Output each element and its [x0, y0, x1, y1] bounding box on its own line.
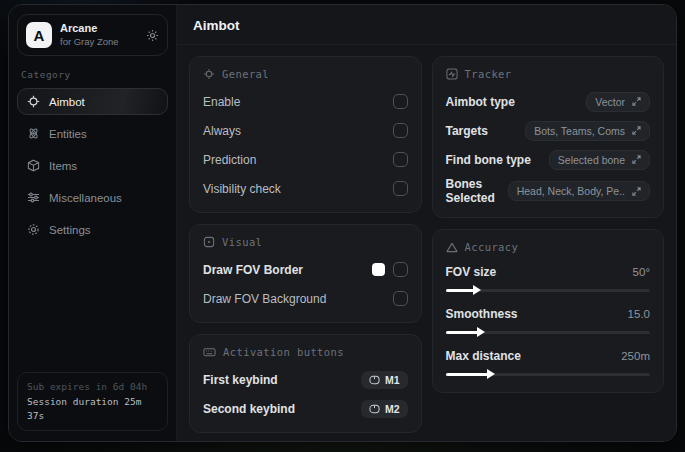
smoothness-setting: Smoothness 15.0 — [446, 305, 651, 338]
general-card: General Enable Always Prediction — [189, 56, 422, 213]
visibility-check-checkbox[interactable] — [393, 181, 408, 196]
setting-label: Aimbot type — [446, 95, 515, 109]
row-controls — [372, 262, 408, 277]
expand-icon — [632, 187, 641, 196]
setting-row: Aimbot type Vector — [446, 90, 651, 113]
card-title-label: Visual — [222, 236, 262, 248]
main-body: General Enable Always Prediction — [177, 45, 676, 442]
crosshair-icon — [27, 95, 40, 108]
setting-row: Second keybind M2 — [203, 397, 408, 420]
mouse-icon — [369, 375, 380, 385]
setting-row: First keybind M1 — [203, 368, 408, 391]
setting-row: Enable — [203, 90, 408, 113]
brand-card: A Arcane for Gray Zone — [17, 14, 168, 56]
setting-row: Find bone type Selected bone — [446, 148, 651, 171]
fov-border-color-swatch[interactable] — [372, 263, 385, 276]
activation-card: Activation buttons First keybind M1 — [189, 334, 422, 433]
setting-row: Bones Selected Head, Neck, Body, Pe.. — [446, 177, 651, 205]
slider-header: FOV size 50° — [446, 263, 651, 281]
second-keybind-button[interactable]: M2 — [361, 400, 408, 418]
general-card-header: General — [203, 68, 408, 80]
enable-checkbox[interactable] — [393, 94, 408, 109]
gear-icon — [27, 223, 40, 236]
card-title-label: Accuracy — [465, 241, 519, 253]
draw-fov-border-checkbox[interactable] — [393, 262, 408, 277]
main-panel: Aimbot General Enable — [177, 5, 676, 441]
accuracy-card-header: Accuracy — [446, 241, 651, 253]
targets-select[interactable]: Bots, Teams, Coms — [525, 121, 650, 141]
setting-label: Enable — [203, 95, 240, 109]
sidebar-item-settings[interactable]: Settings — [17, 216, 168, 243]
setting-label: Bones Selected — [446, 177, 508, 205]
smoothness-slider[interactable] — [446, 326, 651, 338]
sidebar-nav: Aimbot Entities — [17, 88, 168, 243]
setting-label: FOV size — [446, 265, 497, 279]
slider-thumb[interactable] — [473, 285, 481, 295]
expand-icon — [632, 155, 641, 164]
setting-label: Visibility check — [203, 182, 281, 196]
subscription-status: Sub expires in 6d 04h Session duration 2… — [17, 372, 168, 431]
sidebar-item-items[interactable]: Items — [17, 152, 168, 179]
sidebar-item-label: Miscellaneous — [49, 192, 122, 204]
bones-selected-select[interactable]: Head, Neck, Body, Pe.. — [508, 181, 650, 201]
max-distance-setting: Max distance 250m — [446, 347, 651, 380]
setting-label: Max distance — [446, 349, 521, 363]
slider-fill — [446, 289, 475, 292]
setting-row: Draw FOV Border — [203, 258, 408, 281]
card-title-label: Tracker — [465, 68, 512, 80]
slider-value: 50° — [633, 266, 650, 278]
slider-fill — [446, 331, 479, 334]
sidebar-item-label: Entities — [49, 128, 87, 140]
card-title-label: Activation buttons — [223, 346, 344, 358]
category-label: Category — [21, 69, 164, 80]
keyboard-icon — [203, 346, 216, 358]
app-name: Arcane — [60, 22, 138, 36]
triangle-icon — [446, 242, 458, 253]
setting-label: Draw FOV Background — [203, 292, 326, 306]
keybind-value: M1 — [385, 374, 400, 386]
draw-fov-background-checkbox[interactable] — [393, 291, 408, 306]
expand-icon — [632, 97, 641, 106]
fov-size-slider[interactable] — [446, 284, 651, 296]
sidebar-item-entities[interactable]: Entities — [17, 120, 168, 147]
slider-value: 15.0 — [628, 308, 650, 320]
setting-label: Prediction — [203, 153, 256, 167]
entities-icon — [27, 127, 40, 140]
slider-value: 250m — [621, 350, 650, 362]
slider-thumb[interactable] — [487, 369, 495, 379]
find-bone-type-select[interactable]: Selected bone — [549, 150, 650, 170]
setting-row: Prediction — [203, 148, 408, 171]
select-value: Head, Neck, Body, Pe.. — [517, 185, 625, 197]
select-value: Selected bone — [558, 154, 625, 166]
max-distance-slider[interactable] — [446, 368, 651, 380]
right-column: Tracker Aimbot type Vector — [432, 56, 665, 393]
package-icon — [27, 159, 40, 172]
fov-size-setting: FOV size 50° — [446, 263, 651, 296]
gear-icon[interactable] — [146, 29, 159, 42]
tracker-card: Tracker Aimbot type Vector — [432, 56, 665, 218]
visual-card: Visual Draw FOV Border Draw FOV Backgrou… — [189, 224, 422, 323]
card-title-label: General — [222, 68, 269, 80]
aimbot-type-select[interactable]: Vector — [586, 92, 650, 112]
select-value: Vector — [595, 96, 625, 108]
always-checkbox[interactable] — [393, 123, 408, 138]
keybind-value: M2 — [385, 403, 400, 415]
sidebar-item-aimbot[interactable]: Aimbot — [17, 88, 168, 115]
prediction-checkbox[interactable] — [393, 152, 408, 167]
first-keybind-button[interactable]: M1 — [361, 371, 408, 389]
setting-label: Second keybind — [203, 402, 295, 416]
slider-header: Smoothness 15.0 — [446, 305, 651, 323]
activity-icon — [446, 68, 458, 80]
activation-card-header: Activation buttons — [203, 346, 408, 358]
slider-thumb[interactable] — [477, 327, 485, 337]
setting-label: Targets — [446, 124, 488, 138]
sidebar-item-miscellaneous[interactable]: Miscellaneous — [17, 184, 168, 211]
brand-text: Arcane for Gray Zone — [60, 22, 138, 48]
expand-icon — [632, 126, 641, 135]
session-duration-text: Session duration 25m 37s — [27, 395, 158, 424]
setting-row: Visibility check — [203, 177, 408, 200]
mouse-icon — [369, 404, 380, 414]
page-title: Aimbot — [177, 5, 676, 45]
setting-label: Find bone type — [446, 153, 531, 167]
crosshair-icon — [203, 68, 215, 80]
